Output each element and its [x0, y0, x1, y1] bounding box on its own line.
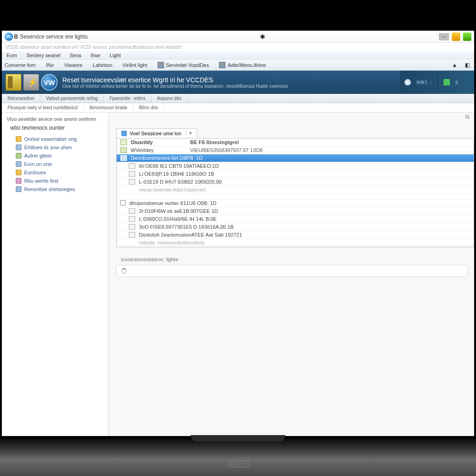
device-icon [6, 74, 21, 91]
row-icon [129, 224, 135, 230]
screen-bezel: VC B Seservice service ere lights ✱ — VC… [0, 4, 476, 431]
toolbar-item[interactable]: Viwanre [64, 62, 83, 68]
vw-small-icon [121, 131, 127, 136]
window-titlebar: VC B Seservice service ere lights ✱ — [2, 31, 474, 43]
subtab[interactable]: Ibmonrouun brade [84, 103, 133, 112]
checkbox-icon[interactable] [120, 200, 126, 205]
banner-actions: IHfr1 ·: li [400, 71, 474, 94]
doc-icon [158, 62, 164, 68]
laptop-frame: VC B Seservice service ere lights ✱ — VC… [0, 0, 476, 476]
folder-icon [16, 136, 21, 142]
sidebar-item[interactable]: Eom on orer [7, 160, 104, 168]
table-row[interactable]: liIi:OE88 IE1 CBT9 18ATIAEEO:1D [117, 162, 474, 170]
toolbar-item[interactable]: Lahinton [93, 62, 112, 68]
sidebar-item[interactable]: Renoritise shetsoeges. [7, 185, 104, 193]
content-area: ⧉ Voel Sessicee ume lon ▾ Oiusrildy BE F… [109, 112, 474, 436]
inner-tab[interactable]: Voel Sessicee ume lon ▾ [116, 128, 197, 138]
window-title: B [14, 33, 18, 40]
app-icon: VC [5, 33, 13, 41]
row-icon [129, 171, 135, 177]
row-icon [120, 155, 127, 161]
row-icon [120, 139, 127, 145]
banner-action-2[interactable]: li [456, 79, 458, 85]
table-row[interactable]: reese tseerdet Adst.lraotycert [117, 186, 474, 194]
window-subtitle: VCDS sbservice sbsel ouimitod o/V VCDI I… [2, 43, 474, 51]
up-arrow-icon[interactable]: ▲ [452, 62, 458, 68]
laptop-base: DCLL [0, 439, 476, 476]
doc-icon [219, 62, 225, 68]
menu-item[interactable]: Seos [65, 53, 86, 58]
sidebar: Vloo sewtidle sevice one anent orellnirn… [2, 112, 109, 436]
banner-action-label[interactable]: IHfr1 ·: [416, 79, 432, 85]
row-icon [129, 216, 135, 222]
table-row[interactable]: Oiusrildy BE Fß ßtoeslngtgrel [117, 139, 474, 146]
sidebar-item[interactable]: Aufrer gitein [7, 152, 104, 160]
menu-item[interactable]: Light [105, 53, 126, 58]
row-icon [129, 208, 135, 214]
primary-tabs: Ifstrsranetion Vailest pensoemde orilng … [2, 94, 474, 103]
tab[interactable]: Vailest pensoemde orilng [40, 94, 104, 103]
tray-icon-b[interactable] [463, 33, 471, 41]
subtab[interactable]: Fliussyar owty vi teed ouniidtavicd [2, 103, 84, 112]
folder-icon [16, 145, 21, 150]
menu-item[interactable]: Eom [2, 53, 22, 58]
window-title-text: Seservice service ere lights [20, 33, 88, 40]
table-row-selected[interactable]: Denribomimerenl-0et D8PB: 1D [117, 154, 474, 162]
row-icon [129, 179, 135, 185]
sidebar-subheading: wbo tevrienocs ounter [10, 125, 104, 131]
toolbar-item[interactable]: INo [46, 62, 54, 68]
loading-row [116, 265, 468, 277]
footer-label: Icorsramnedstarov: lighte [116, 257, 474, 262]
tab[interactable]: Aspano dés [152, 94, 188, 103]
spinner-icon [121, 268, 127, 274]
table-row[interactable]: L-01E18 D IHU7 E5B02 1065020.00 [117, 178, 474, 186]
menu-item[interactable]: Ihse [86, 53, 105, 58]
table-row[interactable]: L:0360CO.01H/a9/6E IH 14L B:0E [117, 215, 474, 223]
minimize-button[interactable]: — [439, 33, 449, 40]
sidebar-item[interactable]: Ehtitves iis sow uhen [7, 143, 104, 152]
green-indicator-icon[interactable] [443, 79, 450, 86]
table-row[interactable]: 2r:010FI6W ek seE1B:00TGEE 1D [117, 207, 474, 215]
folder-icon [16, 178, 21, 184]
toolbar-item[interactable]: Virilint light [123, 62, 147, 68]
table-row[interactable]: Dsototoh 2eanionusionATEE Aat Sab 192721 [117, 231, 474, 239]
bug-icon: ✱ [260, 33, 265, 40]
screen: VC B Seservice service ere lights ✱ — VC… [2, 31, 474, 436]
disc-icon[interactable] [404, 79, 411, 86]
tab[interactable]: Ifstrsranetion [2, 94, 40, 103]
toolbar-item[interactable]: Comerne fom [5, 62, 36, 68]
folder-icon [16, 186, 21, 192]
sidebar-item[interactable]: Rbu werite first [7, 177, 104, 185]
cable-icon [23, 74, 39, 91]
row-icon [129, 232, 135, 238]
table-row[interactable]: Li:OE83|P.19 1BIH6 118IG0O 1B [117, 170, 474, 178]
tab[interactable]: Fpanonite · eritns [104, 94, 151, 103]
table-row[interactable]: dtroponsbenue nurtec 611U6 O0B: 1D [117, 199, 474, 207]
row-icon [129, 163, 135, 169]
banner: VW Reset tserviaceevslæt esertice Wgrtt … [2, 71, 474, 94]
toolbar: Comerne fom INo Viwanre Lahinton Virilin… [2, 60, 474, 71]
menubar: Eom Sentery seanel Seos Ihse Light [2, 51, 474, 60]
folder-icon [16, 153, 21, 159]
toolbar-item[interactable]: Servinitel VopdDes [158, 62, 209, 68]
laptop-brand: DCLL [227, 460, 248, 467]
subtab[interactable]: Bilno dris [133, 103, 164, 112]
inner-tab-label: Voel Sessicee ume lon [130, 131, 181, 136]
sidebar-item[interactable]: Onrloe easerriaber ong [7, 135, 104, 143]
tray-icon-a[interactable] [452, 33, 460, 41]
toolbar-item[interactable]: Adte/Menu.ifirine [219, 62, 266, 68]
sidebar-heading: Vloo sewtidle sevice one anent orellnirn [7, 116, 104, 122]
vw-logo-icon: VW [41, 74, 58, 91]
sidebar-item[interactable]: Eurdnues [7, 168, 104, 177]
body: Vloo sewtidle sevice one anent orellnirn… [2, 112, 474, 436]
table-row[interactable]: 3oO FISE8.5977301E5 D 183ë16A,00.1B [117, 223, 474, 231]
settings-icon[interactable]: ◧ [465, 62, 471, 68]
row-icon [120, 147, 127, 153]
expand-icon[interactable]: ⧉ [465, 113, 469, 120]
folder-icon [16, 161, 21, 167]
table-row[interactable]: rnttede :nemorecfeiitecotitnts [117, 239, 474, 247]
table-row[interactable]: WVeirldey VIEUIBE53558397937.07 13O8 [117, 146, 474, 154]
menu-item[interactable]: Sentery seanel [22, 53, 65, 58]
secondary-tabs: Fliussyar owty vi teed ouniidtavicd Ibmo… [2, 103, 474, 112]
chevron-down-icon[interactable]: ▾ [186, 130, 192, 136]
